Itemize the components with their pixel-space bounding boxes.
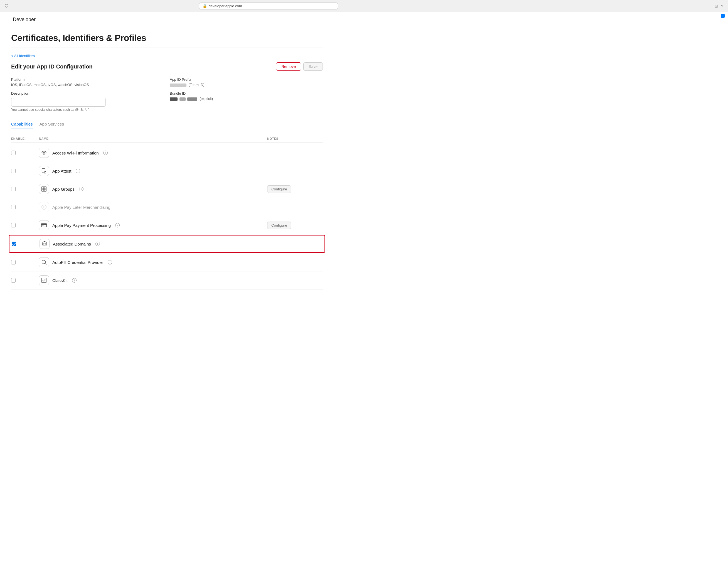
back-link[interactable]: < All Identifiers [11,54,35,58]
checkbox-pay-processing[interactable] [11,223,15,228]
cap-icon-attest [39,166,49,176]
cap-name-associated: Associated Domains [53,242,91,246]
header-buttons: Remove Save [276,63,323,71]
bundle-id-redacted-3 [187,97,197,101]
url-bar[interactable]: 🔒 developer.apple.com [199,2,338,9]
enable-col-autofill [11,260,39,264]
info-icon-wifi[interactable]: i [103,151,108,155]
cast-icon: ⊡ [715,4,718,8]
bundle-id-group: Bundle ID (explicit) [170,91,323,101]
name-col-autofill: AutoFill Credential Provider i [39,257,267,267]
cap-icon-wifi [39,148,49,158]
info-icon-classkit[interactable]: i [72,278,77,283]
enable-col-pay-processing [11,223,39,228]
checkbox-wifi[interactable] [11,151,15,155]
app-id-prefix-redacted [170,83,186,87]
checkbox-autofill[interactable] [11,260,15,264]
svg-rect-4 [44,187,46,189]
svg-rect-9 [41,223,46,227]
tab-capabilities[interactable]: Capabilities [11,119,33,129]
table-row: AutoFill Credential Provider i [11,253,323,272]
info-icon-groups[interactable]: i [79,187,84,191]
checkbox-classkit[interactable] [11,278,15,283]
configure-button-groups[interactable]: Configure [267,186,291,193]
description-note: You cannot use special characters such a… [11,108,164,112]
app-id-prefix-value: (Team ID) [170,83,323,87]
cap-name-classkit: ClassKit [52,278,68,283]
table-row: Apple Pay Payment Processing i Configure [11,216,323,234]
apple-developer-logo: Developer [11,17,717,26]
bundle-id-redacted-2 [179,97,186,101]
svg-rect-3 [42,187,44,189]
notes-col-groups: Configure [267,186,323,193]
svg-point-0 [44,155,45,155]
table-row: App Attest i [11,162,323,180]
section-header: Edit your App ID Configuration Remove Sa… [11,63,323,71]
info-icon-associated[interactable]: i [95,242,100,246]
cap-icon-associated [40,239,49,249]
content-area: < All Identifiers Edit your App ID Confi… [11,48,323,295]
capabilities-table: Access Wi-Fi Information i [11,144,323,289]
table-header: ENABLE NAME NOTES [11,135,323,143]
enable-col-wifi [11,151,39,155]
description-input[interactable] [11,98,106,107]
col-header-name: NAME [39,137,267,140]
form-group-right: App ID Prefix (Team ID) Bundle ID (expli… [170,77,323,112]
shield-icon: 🛡 [4,4,9,9]
cap-icon-autofill [39,257,49,267]
table-row: ClassKit i [11,272,323,289]
section-title: Edit your App ID Configuration [11,64,93,70]
svg-text:$: $ [43,206,44,209]
save-button[interactable]: Save [303,63,323,71]
enable-col-attest [11,169,39,173]
platform-label: Platform [11,77,164,82]
cap-icon-groups [39,184,49,194]
bundle-id-redacted-1 [170,97,177,101]
table-row: App Groups i Configure [11,180,323,198]
col-header-notes: NOTES [267,137,323,140]
tab-app-services[interactable]: App Services [40,119,64,129]
name-col-classkit: ClassKit i [39,275,267,285]
cap-name-pay-later: Apple Pay Later Merchandising [52,205,110,210]
enable-col-groups [11,187,39,191]
lock-icon: 🔒 [203,4,207,8]
svg-rect-5 [42,189,44,191]
developer-logo-text: Developer [13,17,36,23]
name-col-associated: Associated Domains i [40,239,267,249]
remove-button[interactable]: Remove [276,63,301,71]
cap-name-wifi: Access Wi-Fi Information [52,151,99,155]
form-grid: Platform iOS, iPadOS, macOS, tvOS, watch… [11,77,323,112]
info-icon-attest[interactable]: i [76,169,80,173]
checkbox-pay-later[interactable] [11,205,15,209]
page-header: Developer [0,12,728,26]
platform-value: iOS, iPadOS, macOS, tvOS, watchOS, visio… [11,83,164,87]
configure-button-pay-processing[interactable]: Configure [267,221,291,229]
table-row: Associated Domains i [9,235,325,253]
cap-name-groups: App Groups [52,187,75,192]
table-row: $ Apple Pay Later Merchandising [11,198,323,216]
url-text: developer.apple.com [209,4,242,8]
info-icon-pay-processing[interactable]: i [115,223,120,228]
browser-actions: ⊡ ↻ [715,4,724,8]
cap-name-attest: App Attest [52,169,71,173]
description-group: Description You cannot use special chara… [11,91,164,112]
notes-col-pay-processing: Configure [267,221,323,229]
svg-rect-6 [44,189,46,191]
bundle-id-suffix: (explicit) [200,96,213,101]
cap-icon-classkit [39,275,49,285]
name-col-pay-later: $ Apple Pay Later Merchandising [39,202,267,212]
reload-icon[interactable]: ↻ [720,4,724,8]
checkbox-groups[interactable] [11,187,15,191]
enable-col-pay-later [11,205,39,209]
info-icon-autofill[interactable]: i [108,260,112,264]
app-id-prefix-label: App ID Prefix [170,77,323,82]
bundle-id-label: Bundle ID [170,91,323,95]
browser-bar: 🛡 🔒 developer.apple.com ⊡ ↻ [0,0,728,12]
platform-group: Platform iOS, iPadOS, macOS, tvOS, watch… [11,77,164,87]
checkbox-attest[interactable] [11,169,15,173]
checkbox-associated[interactable] [12,242,16,246]
cap-name-autofill: AutoFill Credential Provider [52,260,103,265]
enable-col-classkit [11,278,39,283]
name-col-attest: App Attest i [39,166,267,176]
form-group-left: Platform iOS, iPadOS, macOS, tvOS, watch… [11,77,164,112]
